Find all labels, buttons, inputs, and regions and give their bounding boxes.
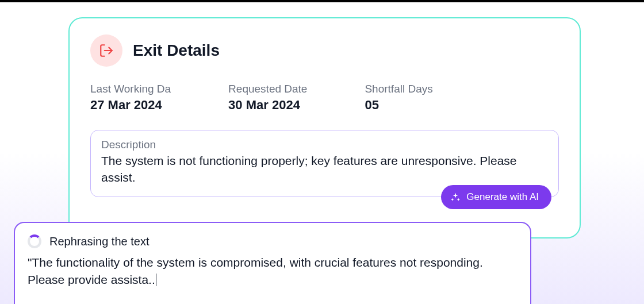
requested-date-block: Requested Date 30 Mar 2024 (228, 83, 307, 113)
rephrase-title: Rephrasing the text (49, 235, 149, 248)
text-cursor (156, 274, 156, 286)
exit-details-card: Exit Details Last Working Da 27 Mar 2024… (68, 17, 581, 238)
top-bar (0, 0, 644, 2)
last-working-day-label: Last Working Da (90, 83, 171, 95)
description-box[interactable]: Description The system is not functionin… (90, 130, 559, 197)
shortfall-days-block: Shortfall Days 05 (365, 83, 432, 113)
shortfall-days-value: 05 (365, 98, 432, 113)
last-working-day-value: 27 Mar 2024 (90, 98, 171, 113)
description-text: The system is not functioning properly; … (101, 152, 548, 186)
description-label: Description (101, 138, 548, 151)
details-row: Last Working Da 27 Mar 2024 Requested Da… (90, 83, 559, 113)
rephrase-popup: Rephrasing the text "The functionality o… (14, 222, 531, 304)
shortfall-days-label: Shortfall Days (365, 83, 432, 95)
exit-icon (90, 34, 122, 67)
spinner-icon (28, 234, 41, 248)
rephrase-header: Rephrasing the text (28, 234, 518, 248)
generate-with-ai-button[interactable]: Generate with AI (441, 185, 551, 209)
requested-date-label: Requested Date (228, 83, 307, 95)
sparkle-icon (450, 192, 461, 202)
requested-date-value: 30 Mar 2024 (228, 98, 307, 113)
page-title: Exit Details (133, 41, 220, 60)
last-working-day-block: Last Working Da 27 Mar 2024 (90, 83, 171, 113)
card-header: Exit Details (90, 34, 559, 67)
generate-button-label: Generate with AI (466, 191, 539, 203)
rephrase-text: "The functionality of the system is comp… (28, 254, 518, 288)
